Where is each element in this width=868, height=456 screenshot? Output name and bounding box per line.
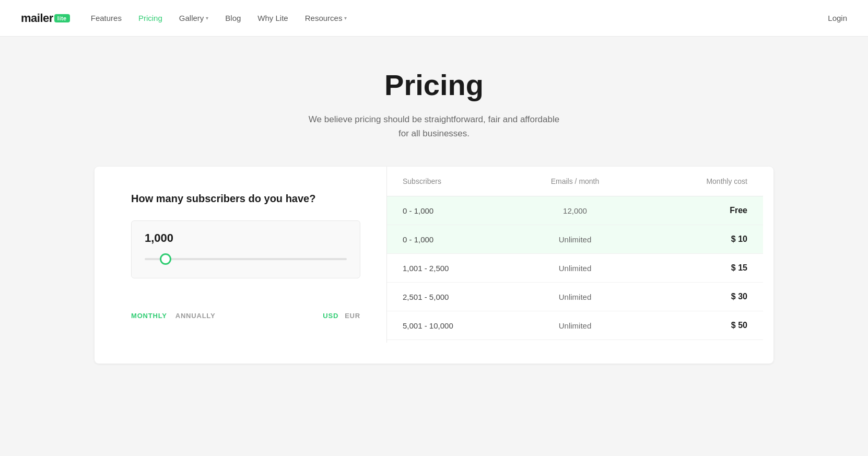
billing-currency-row: MONTHLY ANNUALLY USD EUR [131,310,360,322]
nav-blog[interactable]: Blog [225,9,241,27]
nav-gallery[interactable]: Gallery ▾ [179,9,209,27]
row1-cost: Free [632,206,747,215]
resources-chevron-icon: ▾ [344,15,347,21]
pricing-row: 0 - 1,000 12,000 Free [387,196,763,225]
row5-emails: Unlimited [518,321,632,330]
subscribers-slider[interactable] [145,258,347,260]
logo-badge: lite [54,14,70,22]
hero-subtitle: We believe pricing should be straightfor… [303,112,565,141]
row1-emails: 12,000 [518,206,632,215]
row1-subscribers: 0 - 1,000 [403,206,518,215]
pricing-row: 1,001 - 2,500 Unlimited $ 15 [387,254,763,283]
nav-resources[interactable]: Resources ▾ [305,9,347,27]
currency-tabs: USD EUR [323,312,360,320]
billing-annually-tab[interactable]: ANNUALLY [175,310,216,322]
row3-subscribers: 1,001 - 2,500 [403,264,518,273]
page-title: Pricing [10,68,858,102]
row3-cost: $ 15 [632,263,747,273]
row2-emails: Unlimited [518,235,632,244]
currency-eur-tab[interactable]: EUR [345,312,360,320]
logo-text: mailer [21,11,53,25]
slider-container: 1,000 [131,220,360,278]
main-nav: Features Pricing Gallery ▾ Blog Why Lite… [91,9,828,27]
logo[interactable]: mailer lite [21,11,70,25]
billing-tabs: MONTHLY ANNUALLY [131,310,215,322]
nav-pricing[interactable]: Pricing [138,9,162,27]
pricing-row: 2,501 - 5,000 Unlimited $ 30 [387,283,763,311]
gallery-chevron-icon: ▾ [206,15,208,21]
row4-subscribers: 2,501 - 5,000 [403,293,518,301]
right-panel: Subscribers Emails / month Monthly cost … [387,167,763,343]
login-button[interactable]: Login [828,14,847,22]
pricing-row: 0 - 1,000 Unlimited $ 10 [387,225,763,254]
row3-emails: Unlimited [518,264,632,273]
left-panel: How many subscribers do you have? 1,000 … [105,167,387,343]
col-subscribers: Subscribers [403,177,518,185]
header-right: Login [828,14,847,23]
row5-cost: $ 50 [632,321,747,330]
pricing-row: 5,001 - 10,000 Unlimited $ 50 [387,311,763,340]
nav-features[interactable]: Features [91,9,122,27]
row2-subscribers: 0 - 1,000 [403,235,518,244]
row4-cost: $ 30 [632,292,747,301]
calculator-question: How many subscribers do you have? [131,193,360,205]
row4-emails: Unlimited [518,293,632,301]
col-emails: Emails / month [518,177,632,185]
row5-subscribers: 5,001 - 10,000 [403,321,518,330]
pricing-calculator: How many subscribers do you have? 1,000 … [95,167,773,364]
col-cost: Monthly cost [632,177,747,185]
nav-why-lite[interactable]: Why Lite [257,9,288,27]
pricing-table-header: Subscribers Emails / month Monthly cost [387,167,763,196]
hero-section: Pricing We believe pricing should be str… [0,37,868,167]
billing-monthly-tab[interactable]: MONTHLY [131,310,167,322]
row2-cost: $ 10 [632,235,747,244]
header: mailer lite Features Pricing Gallery ▾ B… [0,0,868,37]
currency-usd-tab[interactable]: USD [323,312,338,320]
slider-value: 1,000 [145,231,347,245]
pricing-table: Subscribers Emails / month Monthly cost … [387,167,763,340]
